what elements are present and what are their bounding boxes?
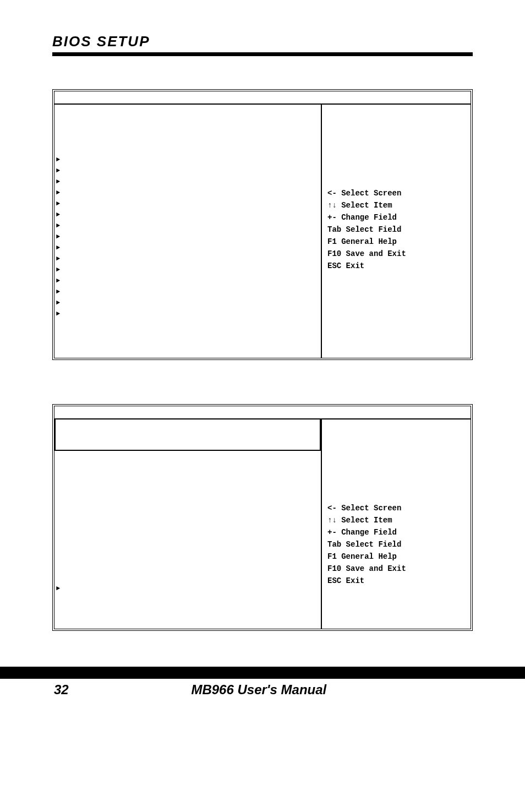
list-item: ► xyxy=(56,242,316,253)
bios-2-left: ► xyxy=(54,419,322,629)
footer-band xyxy=(0,667,525,679)
bios-2-header xyxy=(54,406,471,419)
list-item: ► xyxy=(56,231,316,242)
header-rule xyxy=(52,52,473,56)
list-item: ► xyxy=(56,220,316,231)
bios-screen-1: ► ► ► ► ► ► ► ► ► ► ► ► ► ► ► <- Select … xyxy=(52,89,473,360)
bios-1-header xyxy=(54,91,471,105)
bios-screen-2: ► <- Select Screen ↑↓ Select Item +- Cha… xyxy=(52,404,473,631)
help-line: +- Change Field xyxy=(327,211,462,224)
help-line: Tab Select Field xyxy=(327,224,462,236)
list-item: ► xyxy=(56,286,316,297)
help-line: F1 General Help xyxy=(327,551,462,563)
help-line: Tab Select Field xyxy=(327,538,462,551)
manual-title: MB966 User's Manual xyxy=(47,682,471,697)
help-line: ESC Exit xyxy=(327,260,462,272)
list-item: ► xyxy=(56,275,316,286)
bios-1-help: <- Select Screen ↑↓ Select Item +- Chang… xyxy=(322,105,471,358)
list-item: ► xyxy=(56,583,316,594)
list-item: ► xyxy=(56,264,316,275)
bios-2-help: <- Select Screen ↑↓ Select Item +- Chang… xyxy=(322,419,471,629)
list-item: ► xyxy=(56,187,316,198)
help-line: ↑↓ Select Item xyxy=(327,514,462,526)
list-item: ► xyxy=(56,209,316,220)
help-line: <- Select Screen xyxy=(327,502,462,514)
help-line: F10 Save and Exit xyxy=(327,248,462,260)
list-item: ► xyxy=(56,176,316,187)
help-line: ↑↓ Select Item xyxy=(327,199,462,211)
list-item: ► xyxy=(56,198,316,209)
footer: 32 MB966 User's Manual xyxy=(52,682,473,697)
help-line: F10 Save and Exit xyxy=(327,563,462,575)
help-line: F1 General Help xyxy=(327,236,462,248)
page-heading: BIOS SETUP xyxy=(52,33,473,50)
list-item: ► xyxy=(56,308,316,319)
list-item: ► xyxy=(56,253,316,264)
bios-1-left: ► ► ► ► ► ► ► ► ► ► ► ► ► ► ► xyxy=(54,105,322,358)
list-item: ► xyxy=(56,165,316,176)
help-line: <- Select Screen xyxy=(327,187,462,199)
bios-2-top-box xyxy=(54,419,321,451)
list-item: ► xyxy=(56,297,316,308)
list-item: ► xyxy=(56,154,316,165)
help-line: +- Change Field xyxy=(327,526,462,538)
help-line: ESC Exit xyxy=(327,575,462,587)
